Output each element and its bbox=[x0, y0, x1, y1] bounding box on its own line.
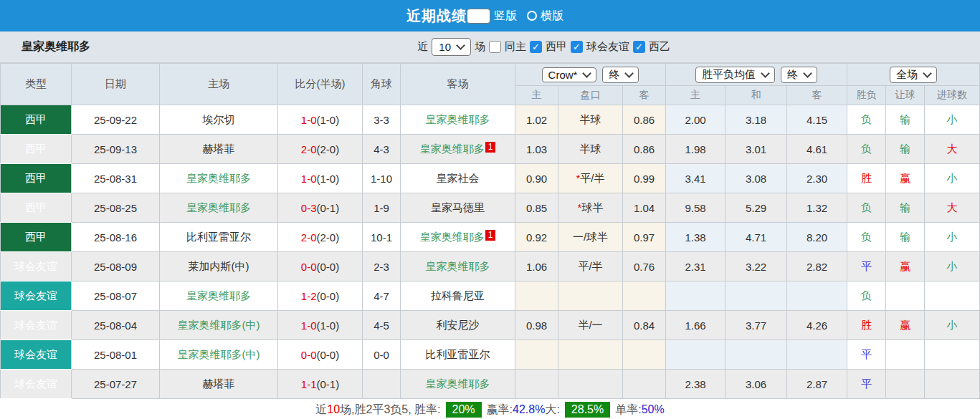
home-cell: 皇家奥维耶多(中) bbox=[160, 340, 278, 370]
scope-select[interactable]: 全场 bbox=[890, 67, 937, 83]
goals-result-cell: 小 bbox=[925, 223, 980, 252]
chevron-down-icon bbox=[625, 69, 634, 78]
league-type-cell: 西甲 bbox=[1, 164, 72, 193]
away-team-link[interactable]: 皇家社会 bbox=[437, 172, 480, 184]
away-team-link[interactable]: 皇家马德里 bbox=[431, 201, 485, 213]
handicap-result-cell: 赢 bbox=[886, 311, 925, 340]
league-type-cell: 球会友谊 bbox=[1, 281, 72, 311]
asia-company-select[interactable]: Crow* bbox=[542, 67, 597, 82]
home-team-link[interactable]: 莱加内斯(中) bbox=[189, 260, 249, 272]
away-cell: 利安尼沙 bbox=[401, 311, 515, 340]
footer-text: 场,胜2平3负5, 胜率: bbox=[340, 403, 440, 418]
radio-horizontal-label[interactable]: 横版 bbox=[541, 9, 563, 24]
home-team-link[interactable]: 皇家奥维耶多 bbox=[186, 289, 251, 302]
header-score: 比分(半场) bbox=[278, 64, 363, 105]
asia-home-odds-cell bbox=[515, 370, 558, 399]
asia-away-odds-cell bbox=[623, 340, 666, 370]
euro-draw-odds-cell: 3.77 bbox=[726, 311, 787, 340]
europe-time-select[interactable]: 终 bbox=[781, 67, 817, 83]
fulltime-score: 0-0 bbox=[301, 349, 317, 361]
away-team-link[interactable]: 拉科鲁尼亚 bbox=[431, 289, 485, 302]
table-row: 西甲25-08-25皇家奥维耶多0-3(0-1)1-9皇家马德里0.85*球半1… bbox=[1, 193, 980, 223]
corner-cell bbox=[363, 370, 401, 399]
away-cell: 比利亚雷亚尔 bbox=[401, 340, 515, 370]
euro-home-odds-cell: 3.41 bbox=[666, 164, 726, 193]
halftime-score: (0-0) bbox=[317, 349, 340, 361]
handicap-text: 半球 bbox=[580, 143, 601, 155]
asia-time-select[interactable]: 终 bbox=[602, 67, 639, 83]
score-cell: 1-1(0-1) bbox=[278, 370, 363, 399]
home-team-link[interactable]: 赫塔菲 bbox=[203, 143, 235, 155]
league-type-cell: 球会友谊 bbox=[1, 311, 72, 340]
winloss-result-cell: 负 bbox=[847, 105, 886, 135]
handicap-result-cell: 输 bbox=[886, 193, 925, 223]
handicap-result-cell: 输 bbox=[886, 135, 925, 164]
results-table: 类型 日期 主场 比分(半场) 角球 客场 Crow* 终 bbox=[0, 63, 980, 399]
goals-result-cell: 小 bbox=[925, 105, 980, 135]
asia-home-odds-cell: 1.03 bbox=[515, 135, 558, 164]
home-cell: 比利亚雷亚尔 bbox=[160, 223, 278, 252]
handicap-cell: *平/半 bbox=[558, 164, 623, 193]
laliga-checkbox[interactable]: ✓ bbox=[530, 41, 542, 53]
home-team-link[interactable]: 皇家奥维耶多 bbox=[186, 201, 251, 213]
radio-horizontal-layout[interactable] bbox=[527, 11, 537, 21]
home-team-link[interactable]: 皇家奥维耶多 bbox=[186, 172, 251, 184]
asia-home-odds-cell: 0.90 bbox=[515, 164, 558, 193]
away-cell: 皇家奥维耶多1 bbox=[401, 223, 515, 252]
handicap-cell: 半/一 bbox=[558, 311, 623, 340]
euro-home-odds-cell bbox=[666, 281, 726, 311]
asia-odds-header: Crow* 终 bbox=[515, 64, 666, 86]
date-cell: 25-09-13 bbox=[72, 135, 160, 164]
euro-home-odds-cell: 2.38 bbox=[666, 370, 726, 399]
asia-home-odds-cell bbox=[515, 281, 558, 311]
away-team-link[interactable]: 比利亚雷亚尔 bbox=[426, 348, 490, 360]
away-team-link[interactable]: 利安尼沙 bbox=[437, 319, 480, 331]
euro-away-odds-cell: 2.82 bbox=[787, 252, 847, 281]
home-team-link[interactable]: 赫塔菲 bbox=[203, 377, 235, 390]
handicap-result-cell: 输 bbox=[886, 105, 925, 135]
home-team-link[interactable]: 皇家奥维耶多(中) bbox=[178, 319, 260, 331]
away-team-link[interactable]: 皇家奥维耶多 bbox=[426, 113, 490, 125]
chevron-down-icon bbox=[456, 41, 465, 50]
halftime-score: (2-0) bbox=[317, 143, 340, 155]
date-cell: 25-08-31 bbox=[72, 164, 160, 193]
handicap-text: 半/一 bbox=[578, 319, 602, 331]
euro-away-odds-cell: 4.15 bbox=[787, 105, 847, 135]
handicap-text: 平/半 bbox=[578, 260, 602, 272]
away-team-link[interactable]: 皇家奥维耶多 bbox=[420, 231, 485, 243]
europe-company-select[interactable]: 胜平负均值 bbox=[695, 67, 775, 83]
fulltime-score: 2-0 bbox=[301, 143, 317, 155]
home-team-link[interactable]: 皇家奥维耶多(中) bbox=[178, 348, 260, 360]
laliga2-checkbox[interactable]: ✓ bbox=[633, 41, 645, 53]
away-team-link[interactable]: 皇家奥维耶多 bbox=[420, 143, 485, 155]
handicap-text: 半球 bbox=[580, 113, 601, 125]
corner-cell: 0-0 bbox=[363, 340, 401, 370]
away-cell: 皇家社会 bbox=[401, 164, 515, 193]
winloss-result-cell: 胜 bbox=[847, 164, 886, 193]
table-row: 球会友谊25-07-27赫塔菲1-1(0-1)皇家奥维耶多2.383.062.8… bbox=[1, 370, 980, 399]
subheader-handicap: 盘口 bbox=[558, 86, 623, 105]
footer-text: 大: bbox=[545, 403, 559, 418]
handicap-text: 平/半 bbox=[580, 172, 604, 184]
away-team-link[interactable]: 皇家奥维耶多 bbox=[426, 260, 490, 272]
home-team-link[interactable]: 埃尔切 bbox=[203, 113, 235, 125]
away-team-link[interactable]: 皇家奥维耶多 bbox=[426, 377, 490, 390]
goals-result-cell: 大 bbox=[925, 193, 980, 223]
euro-away-odds-cell: 2.30 bbox=[787, 164, 847, 193]
footer-text: 42.8% bbox=[513, 403, 545, 416]
asia-away-odds-cell: 0.86 bbox=[623, 135, 666, 164]
date-cell: 25-09-22 bbox=[72, 105, 160, 135]
friendly-checkbox[interactable]: ✓ bbox=[571, 41, 583, 53]
header-corner: 角球 bbox=[363, 64, 401, 105]
match-count-select[interactable]: 10 bbox=[432, 38, 471, 56]
league-type-cell: 西甲 bbox=[1, 135, 72, 164]
score-cell: 2-0(2-0) bbox=[278, 223, 363, 252]
home-team-link[interactable]: 比利亚雷亚尔 bbox=[186, 231, 251, 243]
same-home-checkbox[interactable] bbox=[489, 41, 501, 53]
radio-vertical-label[interactable]: 竖版 bbox=[494, 9, 517, 24]
radio-vertical-layout[interactable] bbox=[467, 9, 490, 24]
near-label: 近 bbox=[417, 40, 428, 54]
handicap-result-cell: 赢 bbox=[886, 252, 925, 281]
asia-away-odds-cell: 0.84 bbox=[623, 311, 666, 340]
asia-home-odds-cell: 0.85 bbox=[515, 193, 558, 223]
